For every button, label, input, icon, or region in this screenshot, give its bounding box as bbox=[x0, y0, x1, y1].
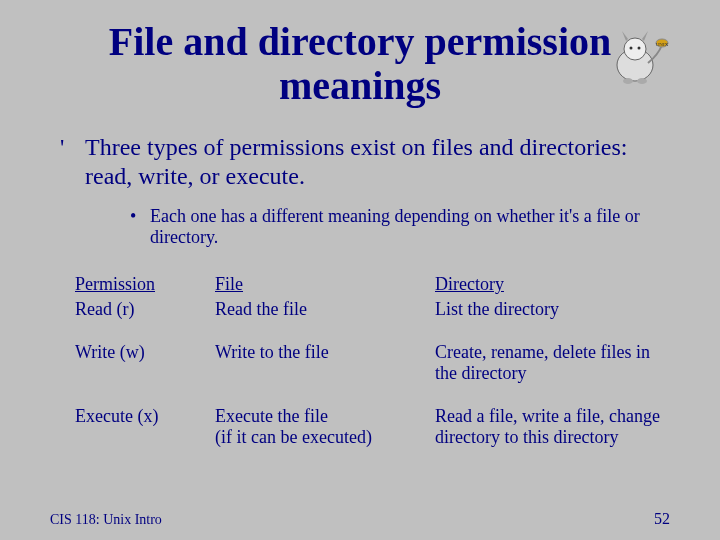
footer-course: CIS 118: Unix Intro bbox=[50, 512, 162, 528]
cell-file: Execute the file (if it can be executed) bbox=[215, 406, 435, 448]
cell-file: Write to the file bbox=[215, 342, 435, 384]
svg-point-1 bbox=[624, 38, 646, 60]
table-row: Read (r) Read the file List the director… bbox=[75, 299, 660, 320]
header-file: File bbox=[215, 274, 435, 295]
sub-bullet: Each one has a different meaning dependi… bbox=[0, 196, 720, 264]
cell-directory: Create, rename, delete files in the dire… bbox=[435, 342, 660, 384]
svg-text:UNIX: UNIX bbox=[656, 42, 669, 47]
cell-file: Read the file bbox=[215, 299, 435, 320]
footer-page-number: 52 bbox=[654, 510, 670, 528]
table-row: Execute (x) Execute the file (if it can … bbox=[75, 406, 660, 448]
cell-directory: List the directory bbox=[435, 299, 660, 320]
table-header-row: Permission File Directory bbox=[75, 274, 660, 295]
cell-permission: Write (w) bbox=[75, 342, 215, 384]
svg-point-7 bbox=[637, 78, 647, 84]
cell-permission: Read (r) bbox=[75, 299, 215, 320]
header-directory: Directory bbox=[435, 274, 660, 295]
header-permission: Permission bbox=[75, 274, 215, 295]
bsd-devil-icon: UNIX bbox=[600, 25, 670, 90]
cell-permission: Execute (x) bbox=[75, 406, 215, 448]
svg-point-3 bbox=[638, 47, 641, 50]
svg-point-6 bbox=[623, 78, 633, 84]
table-row: Write (w) Write to the file Create, rena… bbox=[75, 342, 660, 384]
cell-directory: Read a file, write a file, change direct… bbox=[435, 406, 660, 448]
main-bullet: Three types of permissions exist on file… bbox=[0, 118, 720, 196]
permissions-table: Permission File Directory Read (r) Read … bbox=[0, 264, 720, 448]
svg-point-2 bbox=[630, 47, 633, 50]
